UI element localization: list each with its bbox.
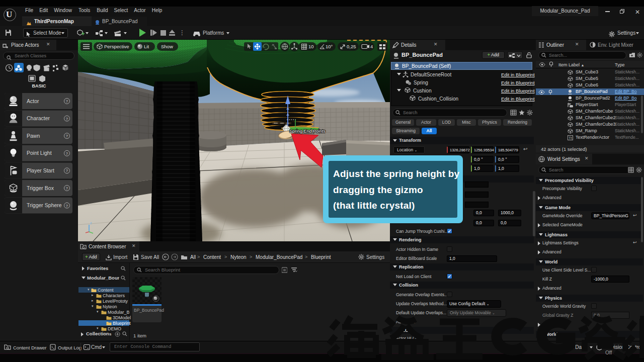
svg-text:Spring End Points: Spring End Points	[289, 129, 326, 134]
svg-text:Pawn: Pawn	[27, 133, 40, 139]
svg-text:Trigger Box: Trigger Box	[27, 185, 54, 191]
svg-text:Actor: Actor	[27, 98, 39, 104]
svg-text:Lit: Lit	[144, 44, 149, 49]
svg-text:Trigger Sphere: Trigger Sphere	[27, 202, 62, 208]
svg-text:Tt: Tt	[569, 136, 573, 140]
svg-text:?: ?	[66, 151, 68, 156]
svg-text:10: 10	[308, 44, 314, 49]
svg-text:Point Light: Point Light	[27, 150, 52, 156]
svg-text:Show: Show	[161, 44, 173, 49]
svg-text:?: ?	[66, 204, 68, 208]
svg-text:z: z	[90, 221, 92, 225]
svg-text:Perspective: Perspective	[104, 44, 129, 49]
svg-text:?: ?	[66, 134, 68, 138]
svg-text:10°: 10°	[326, 44, 333, 49]
svg-text:?: ?	[66, 186, 68, 191]
svg-text:?: ?	[66, 99, 68, 104]
svg-text:4: 4	[370, 44, 373, 49]
svg-text:?: ?	[66, 168, 68, 173]
svg-text:Character: Character	[27, 115, 50, 121]
svg-text:?: ?	[66, 117, 68, 121]
svg-text:Player Start: Player Start	[27, 167, 54, 173]
svg-text:0,25: 0,25	[347, 44, 356, 49]
